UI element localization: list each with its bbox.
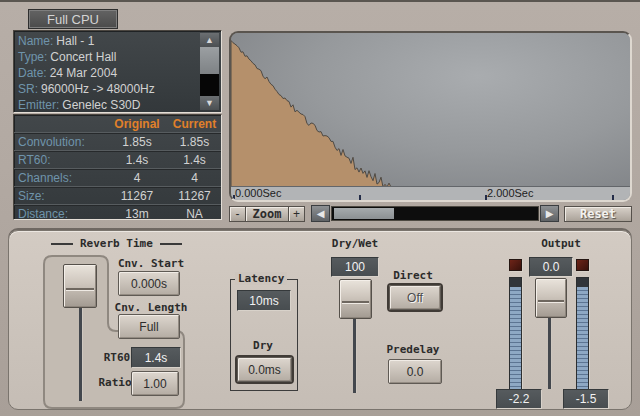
row-label: Convolution: [14, 135, 106, 149]
direct-off-button[interactable]: Off [389, 285, 441, 310]
waveform-scrollbar-thumb[interactable] [334, 208, 394, 219]
scroll-down-icon[interactable]: ▼ [200, 96, 219, 110]
info-label: SR: [18, 81, 38, 97]
info-row-emitter: Emitter: Genelec S30D [18, 97, 221, 113]
title-dash [51, 243, 73, 245]
row-current: 1.85s [168, 135, 221, 149]
dry-latency-button[interactable]: 0.0ms [237, 357, 292, 382]
waveform-controls: - Zoom + ◀ ▶ Reset [229, 205, 632, 222]
predelay-button[interactable]: 0.0 [388, 359, 442, 384]
row-label: Size: [14, 189, 106, 203]
row-original: 1.4s [106, 153, 168, 167]
reverb-time-slider-handle[interactable] [63, 264, 97, 308]
dry-label: Dry [241, 339, 285, 352]
reverb-time-label: Reverb Time [80, 237, 153, 250]
row-label: RT60: [14, 153, 106, 167]
table-row: Channels: 4 4 [14, 169, 221, 187]
ir-properties-table: Original Current Convolution: 1.85s 1.85… [13, 114, 222, 220]
waveform-scrollbar[interactable] [331, 206, 539, 221]
full-cpu-button[interactable]: Full CPU [28, 9, 118, 29]
cnv-length-button[interactable]: Full [118, 314, 180, 339]
row-current: 4 [168, 171, 221, 185]
meter-peak-left: -2.2 [496, 389, 542, 409]
row-current: NA [168, 207, 221, 221]
zoom-label: Zoom [246, 206, 288, 222]
rt60-display[interactable]: 1.4s [131, 347, 181, 368]
cnv-start-button[interactable]: 0.000s [118, 271, 180, 296]
info-row-name: Name: Hall - 1 [18, 33, 221, 49]
row-label: Distance: [14, 207, 106, 221]
scrollbar-track[interactable] [200, 74, 219, 96]
row-current: 11267 [168, 189, 221, 203]
axis-tick [233, 195, 235, 200]
axis-tick [612, 195, 614, 200]
info-value: 96000Hz -> 48000Hz [41, 81, 155, 97]
decay-envelope [231, 33, 630, 187]
scrollbar-thumb[interactable] [200, 47, 219, 74]
latency-label: Latency [235, 272, 287, 285]
zoom-in-button[interactable]: + [288, 206, 305, 222]
info-label: Date: [18, 65, 47, 81]
output-meter-right [576, 277, 589, 391]
meter-fill [577, 287, 588, 390]
row-current: 1.4s [168, 153, 221, 167]
meter-peak-right: -1.5 [563, 389, 609, 409]
info-row-type: Type: Concert Hall [18, 49, 221, 65]
output-fader-track [548, 311, 551, 389]
reverb-time-title: Reverb Time [51, 237, 182, 250]
row-original: 4 [106, 171, 168, 185]
time-axis: 0.000Sec 2.000Sec [231, 186, 630, 200]
cnv-start-label: Cnv. Start [113, 257, 189, 270]
info-value: 24 Mar 2004 [50, 65, 117, 81]
info-row-sr: SR: 96000Hz -> 48000Hz [18, 81, 221, 97]
predelay-label: Predelay [381, 343, 445, 356]
plugin-window: Full CPU Name: Hall - 1 Type: Concert Ha… [0, 0, 640, 416]
direct-label: Direct [383, 269, 443, 282]
clip-led-right[interactable] [576, 259, 589, 271]
table-header-row: Original Current [14, 115, 221, 133]
info-label: Emitter: [18, 97, 59, 113]
output-gain-display[interactable]: 0.0 [529, 257, 573, 277]
info-value: Genelec S30D [62, 97, 140, 113]
table-row: Size: 11267 11267 [14, 187, 221, 205]
scroll-up-icon[interactable]: ▲ [200, 33, 219, 47]
reset-button[interactable]: Reset [564, 206, 632, 222]
row-original: 13m [106, 207, 168, 221]
scroll-left-icon[interactable]: ◀ [311, 205, 330, 222]
info-label: Type: [18, 49, 47, 65]
dry-wet-display[interactable]: 100 [331, 257, 379, 277]
time-label-end: 2.000Sec [487, 187, 533, 199]
ir-info-panel: Name: Hall - 1 Type: Concert Hall Date: … [13, 30, 222, 113]
info-value: Concert Hall [50, 49, 116, 65]
axis-tick [359, 195, 361, 200]
dry-wet-label: Dry/Wet [325, 237, 385, 250]
column-header-current: Current [168, 117, 221, 131]
table-row: Convolution: 1.85s 1.85s [14, 133, 221, 151]
info-label: Name: [18, 33, 53, 49]
cnv-length-label: Cnv. Length [111, 301, 191, 314]
row-label: Channels: [14, 171, 106, 185]
table-row: Distance: 13m NA [14, 205, 221, 222]
row-original: 11267 [106, 189, 168, 203]
table-row: RT60: 1.4s 1.4s [14, 151, 221, 169]
scroll-right-icon[interactable]: ▶ [540, 205, 559, 222]
dry-wet-slider-handle[interactable] [339, 279, 372, 319]
waveform-display: 0.000Sec 2.000Sec [229, 31, 632, 202]
meter-fill [510, 287, 521, 390]
row-original: 1.85s [106, 135, 168, 149]
info-scrollbar[interactable]: ▲ ▼ [200, 33, 219, 110]
info-value: Hall - 1 [56, 33, 94, 49]
clip-led-left[interactable] [509, 259, 522, 271]
control-panel: Reverb Time Cnv. Start 0.000s Cnv. Lengt… [8, 230, 632, 410]
latency-display[interactable]: 10ms [237, 290, 291, 311]
axis-tick [485, 195, 487, 200]
column-header-original: Original [106, 117, 168, 131]
output-fader-handle[interactable] [535, 278, 567, 318]
output-label: Output [529, 237, 593, 250]
zoom-out-button[interactable]: - [229, 206, 246, 222]
time-label-start: 0.000Sec [235, 187, 281, 199]
ratio-button[interactable]: 1.00 [131, 371, 179, 396]
impulse-response-plot [231, 33, 630, 187]
info-row-date: Date: 24 Mar 2004 [18, 65, 221, 81]
title-dash [160, 243, 182, 245]
